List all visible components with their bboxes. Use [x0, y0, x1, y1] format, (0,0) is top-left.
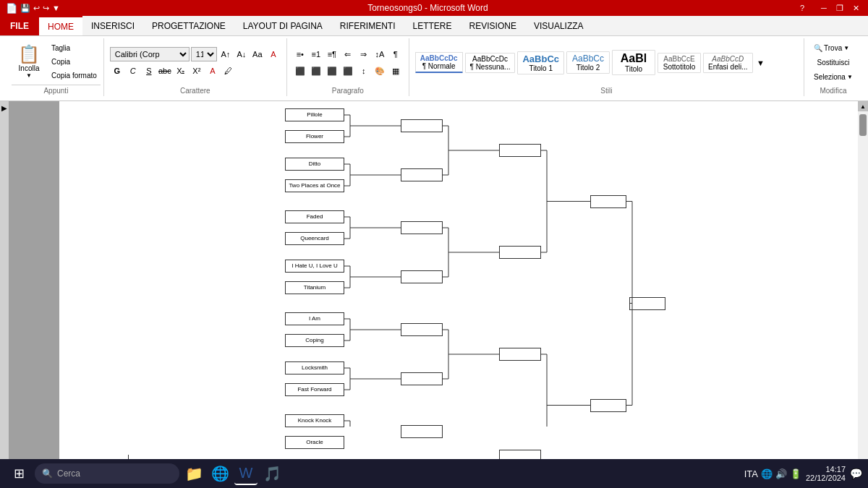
list-row: ≡• ≡1 ≡¶ ⇐ ⇒ ↕A ¶	[293, 47, 403, 61]
modifica-group: 🔍 Trova ▼ Sostituisci Seleziona ▼ Modifi…	[804, 38, 862, 96]
r3-box-1	[499, 246, 541, 259]
clipboard-group: 📋 Incolla ▼ Taglia Copia Copia formato A…	[6, 38, 104, 96]
taskbar-file-explorer[interactable]: 📁	[182, 462, 205, 485]
highlight-button[interactable]: 🖊	[221, 64, 236, 78]
justify-button[interactable]: ⬛	[341, 64, 355, 78]
replace-button[interactable]: Sostituisci	[810, 56, 856, 69]
restore-button[interactable]: ❐	[833, 2, 846, 14]
speaker-icon[interactable]: 🔊	[775, 468, 787, 479]
border-button[interactable]: ▦	[388, 64, 403, 78]
format-painter-button[interactable]: Copia formato	[48, 69, 101, 82]
styles-more-button[interactable]: ▼	[755, 56, 767, 70]
r1-entry-10: Locksmith	[285, 361, 344, 374]
find-icon: 🔍	[814, 44, 822, 52]
window-controls: ? ─ ❐ ✕	[796, 2, 862, 14]
show-marks-button[interactable]: ¶	[388, 47, 403, 61]
help-button[interactable]: ?	[796, 2, 809, 14]
menu-tab-layout[interactable]: LAYOUT DI PAGINA	[234, 16, 331, 35]
language-indicator[interactable]: ITA	[744, 468, 758, 479]
align-center-button[interactable]: ⬛	[309, 64, 323, 78]
r3-box-0	[499, 144, 541, 157]
menu-tab-file[interactable]: FILE	[0, 16, 39, 35]
close-button[interactable]: ✕	[849, 2, 862, 14]
menu-tab-inserisci[interactable]: INSERISCI	[82, 16, 143, 35]
document-scrollbar[interactable]: ▲ ▼	[858, 101, 868, 472]
increase-indent-button[interactable]: ⇒	[357, 47, 371, 61]
cut-button[interactable]: Taglia	[48, 42, 101, 54]
font-grow-button[interactable]: A↑	[218, 47, 233, 61]
minimize-button[interactable]: ─	[817, 2, 830, 14]
sort-button[interactable]: ↕A	[373, 47, 387, 61]
style-subtitle[interactable]: AaBbCcE Sottotitolo	[658, 53, 701, 73]
r1-entry-7: Titanium	[285, 281, 344, 294]
menu-tab-home[interactable]: HOME	[39, 16, 82, 35]
taskbar-spotify[interactable]: 🎵	[260, 462, 284, 485]
style-emphasis[interactable]: AaBbCcD Enfasi deli...	[703, 53, 752, 73]
menu-tab-riferimenti[interactable]: RIFERIMENTI	[331, 16, 404, 35]
menu-tab-visualizza[interactable]: VISUALIZZA	[525, 16, 592, 35]
battery-icon[interactable]: 🔋	[790, 468, 801, 479]
select-dropdown[interactable]: ▼	[847, 74, 853, 80]
taskbar-search-icon: 🔍	[42, 468, 53, 479]
style-no-spacing[interactable]: AaBbCcDc ¶ Nessuna...	[465, 53, 516, 73]
style-heading2[interactable]: AaBbCc Titolo 2	[566, 51, 610, 74]
scroll-thumb[interactable]	[859, 114, 867, 136]
decrease-indent-button[interactable]: ⇐	[341, 47, 355, 61]
strikethrough-button[interactable]: abc	[158, 64, 172, 78]
underline-button[interactable]: S	[142, 64, 156, 78]
multilevel-list-button[interactable]: ≡¶	[325, 47, 339, 61]
align-right-button[interactable]: ⬛	[325, 64, 339, 78]
paste-button[interactable]: 📋 Incolla ▼	[12, 40, 46, 83]
taskbar-word[interactable]: W	[234, 462, 258, 485]
modifica-label: Modifica	[810, 85, 856, 95]
r1-entry-2: Ditto	[285, 158, 344, 171]
paste-dropdown[interactable]: ▼	[26, 72, 32, 79]
menu-tab-lettere[interactable]: LETTERE	[404, 16, 461, 35]
quick-save[interactable]: 💾	[20, 4, 30, 13]
bullet-list-button[interactable]: ≡•	[293, 47, 307, 61]
numbered-list-button[interactable]: ≡1	[309, 47, 323, 61]
quick-access-more[interactable]: ▼	[52, 4, 60, 12]
taskbar-search[interactable]: 🔍 Cerca	[35, 463, 179, 484]
align-left-button[interactable]: ⬛	[293, 64, 307, 78]
menu-tab-progettazione[interactable]: PROGETTAZIONE	[143, 16, 234, 35]
style-normal[interactable]: AaBbCcDc ¶ Normale	[415, 52, 463, 73]
italic-button[interactable]: C	[126, 64, 140, 78]
scroll-up-button[interactable]: ▲	[858, 101, 868, 111]
font-name-select[interactable]: Calibri (Corp	[110, 47, 190, 61]
style-title[interactable]: AaBl Titolo	[612, 50, 655, 75]
r1-entry-5: Queencard	[285, 232, 344, 245]
left-collapse[interactable]: ▶	[1, 104, 7, 112]
shading-button[interactable]: 🎨	[373, 64, 387, 78]
document-content[interactable]: PilloleFlowerDittoTwo Places at OnceFade…	[59, 101, 858, 472]
r1-entry-12: Knock Knock	[285, 414, 344, 427]
bold-button[interactable]: G	[110, 64, 124, 78]
superscript-button[interactable]: X²	[190, 64, 204, 78]
find-button[interactable]: 🔍 Trova ▼	[810, 42, 856, 54]
copy-button[interactable]: Copia	[48, 56, 101, 68]
style-heading1[interactable]: AaBbCc Titolo 1	[517, 51, 564, 74]
redo-btn[interactable]: ↪	[43, 4, 49, 13]
taskbar-right: ITA 🌐 🔊 🔋 14:17 22/12/2024 💬	[744, 465, 862, 482]
final-box	[629, 297, 665, 310]
notification-icon[interactable]: 💬	[850, 468, 862, 479]
font-color-button[interactable]: A	[205, 64, 220, 78]
select-button[interactable]: Seleziona ▼	[810, 71, 856, 83]
subscript-button[interactable]: X₂	[174, 64, 188, 78]
taskbar-chrome[interactable]: 🌐	[208, 462, 231, 485]
font-group: Calibri (Corp 11 A↑ A↓ Aa A G C S abc X₂…	[104, 38, 287, 96]
r1-entry-0: Pillole	[285, 108, 344, 121]
line-spacing-button[interactable]: ↕	[357, 64, 371, 78]
clock[interactable]: 14:17 22/12/2024	[806, 465, 846, 482]
find-dropdown[interactable]: ▼	[843, 45, 849, 51]
undo-btn[interactable]: ↩	[33, 4, 40, 13]
change-case-button[interactable]: Aa	[250, 47, 265, 61]
start-button[interactable]: ⊞	[6, 461, 32, 487]
network-icon[interactable]: 🌐	[761, 468, 773, 479]
menu-tab-revisione[interactable]: REVISIONE	[461, 16, 525, 35]
font-size-select[interactable]: 11	[191, 47, 217, 61]
clear-format-button[interactable]: A	[266, 47, 281, 61]
replace-label: Sostituisci	[817, 59, 849, 67]
font-shrink-button[interactable]: A↓	[234, 47, 249, 61]
clipboard-label: Appunti	[12, 85, 101, 95]
